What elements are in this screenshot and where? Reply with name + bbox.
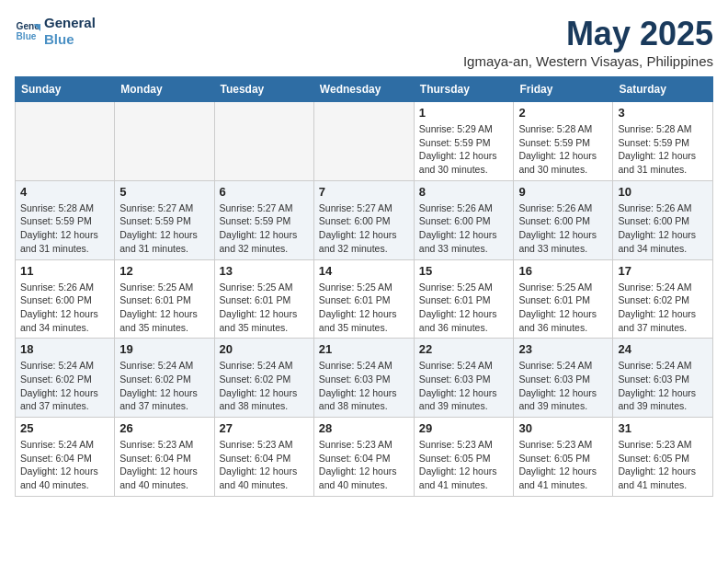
day-number: 3 [618, 106, 708, 120]
day-info: Sunrise: 5:25 AMSunset: 6:01 PMDaylight:… [119, 281, 209, 335]
calendar-cell: 14Sunrise: 5:25 AMSunset: 6:01 PMDayligh… [313, 259, 414, 339]
day-number: 21 [319, 342, 409, 356]
calendar-week-row: 18Sunrise: 5:24 AMSunset: 6:02 PMDayligh… [16, 339, 713, 418]
calendar-cell: 25Sunrise: 5:24 AMSunset: 6:04 PMDayligh… [16, 418, 115, 497]
day-info: Sunrise: 5:26 AMSunset: 6:00 PMDaylight:… [518, 201, 608, 256]
location-title: Igmaya-an, Western Visayas, Philippines [463, 53, 713, 69]
day-info: Sunrise: 5:23 AMSunset: 6:05 PMDaylight:… [618, 438, 708, 492]
calendar-cell: 7Sunrise: 5:27 AMSunset: 6:00 PMDaylight… [313, 180, 414, 259]
day-number: 11 [20, 264, 109, 278]
day-info: Sunrise: 5:23 AMSunset: 6:04 PMDaylight:… [319, 438, 409, 492]
day-info: Sunrise: 5:24 AMSunset: 6:03 PMDaylight:… [618, 359, 708, 413]
calendar-cell: 24Sunrise: 5:24 AMSunset: 6:03 PMDayligh… [613, 339, 713, 418]
day-number: 6 [220, 185, 309, 199]
day-number: 13 [220, 264, 309, 278]
day-number: 25 [20, 421, 109, 435]
day-info: Sunrise: 5:28 AMSunset: 5:59 PMDaylight:… [618, 122, 708, 177]
day-info: Sunrise: 5:28 AMSunset: 5:59 PMDaylight:… [20, 201, 109, 256]
calendar-cell: 17Sunrise: 5:24 AMSunset: 6:02 PMDayligh… [613, 259, 713, 339]
day-info: Sunrise: 5:28 AMSunset: 5:59 PMDaylight:… [518, 122, 608, 177]
day-info: Sunrise: 5:26 AMSunset: 6:00 PMDaylight:… [618, 201, 708, 256]
calendar-cell: 23Sunrise: 5:24 AMSunset: 6:03 PMDayligh… [514, 339, 613, 418]
day-info: Sunrise: 5:26 AMSunset: 6:00 PMDaylight:… [419, 201, 509, 256]
day-info: Sunrise: 5:25 AMSunset: 6:01 PMDaylight:… [518, 281, 608, 335]
day-number: 5 [119, 185, 209, 199]
logo-general: General [44, 15, 96, 31]
day-info: Sunrise: 5:23 AMSunset: 6:05 PMDaylight:… [518, 438, 608, 492]
day-number: 30 [518, 421, 608, 435]
day-info: Sunrise: 5:24 AMSunset: 6:02 PMDaylight:… [20, 359, 109, 413]
calendar-cell: 10Sunrise: 5:26 AMSunset: 6:00 PMDayligh… [613, 180, 713, 259]
calendar-week-row: 1Sunrise: 5:29 AMSunset: 5:59 PMDaylight… [16, 102, 713, 181]
calendar-cell: 12Sunrise: 5:25 AMSunset: 6:01 PMDayligh… [115, 259, 214, 339]
calendar-cell: 29Sunrise: 5:23 AMSunset: 6:05 PMDayligh… [414, 418, 514, 497]
day-number: 7 [319, 185, 409, 199]
logo: General Blue General Blue [15, 15, 96, 48]
day-number: 12 [119, 264, 209, 278]
day-number: 9 [518, 185, 608, 199]
calendar-cell: 6Sunrise: 5:27 AMSunset: 5:59 PMDaylight… [214, 180, 313, 259]
calendar-cell: 8Sunrise: 5:26 AMSunset: 6:00 PMDaylight… [414, 180, 514, 259]
day-number: 10 [618, 185, 708, 199]
calendar-cell [313, 102, 414, 181]
calendar-cell: 28Sunrise: 5:23 AMSunset: 6:04 PMDayligh… [313, 418, 414, 497]
day-info: Sunrise: 5:25 AMSunset: 6:01 PMDaylight:… [419, 281, 509, 335]
day-number: 1 [419, 106, 509, 120]
day-info: Sunrise: 5:24 AMSunset: 6:03 PMDaylight:… [319, 359, 409, 413]
calendar-week-row: 11Sunrise: 5:26 AMSunset: 6:00 PMDayligh… [16, 259, 713, 339]
calendar-cell [115, 102, 214, 181]
day-number: 20 [220, 342, 309, 356]
calendar-cell: 30Sunrise: 5:23 AMSunset: 6:05 PMDayligh… [514, 418, 613, 497]
logo-icon: General Blue [15, 18, 40, 44]
day-number: 2 [518, 106, 608, 120]
day-number: 18 [20, 342, 109, 356]
day-info: Sunrise: 5:26 AMSunset: 6:00 PMDaylight:… [20, 281, 109, 335]
title-block: May 2025 Igmaya-an, Western Visayas, Phi… [463, 15, 713, 69]
day-info: Sunrise: 5:27 AMSunset: 5:59 PMDaylight:… [220, 201, 309, 256]
day-number: 27 [220, 421, 309, 435]
calendar-cell: 5Sunrise: 5:27 AMSunset: 5:59 PMDaylight… [115, 180, 214, 259]
day-number: 31 [618, 421, 708, 435]
day-number: 24 [618, 342, 708, 356]
calendar-cell [214, 102, 313, 181]
day-number: 4 [20, 185, 109, 199]
weekday-header: Saturday [613, 77, 713, 102]
calendar-cell: 20Sunrise: 5:24 AMSunset: 6:02 PMDayligh… [214, 339, 313, 418]
day-number: 16 [518, 264, 608, 278]
weekday-header: Friday [514, 77, 613, 102]
day-info: Sunrise: 5:23 AMSunset: 6:05 PMDaylight:… [419, 438, 509, 492]
day-number: 14 [319, 264, 409, 278]
calendar-cell: 13Sunrise: 5:25 AMSunset: 6:01 PMDayligh… [214, 259, 313, 339]
calendar-cell: 11Sunrise: 5:26 AMSunset: 6:00 PMDayligh… [16, 259, 115, 339]
day-info: Sunrise: 5:23 AMSunset: 6:04 PMDaylight:… [119, 438, 209, 492]
calendar-cell: 27Sunrise: 5:23 AMSunset: 6:04 PMDayligh… [214, 418, 313, 497]
calendar-cell: 4Sunrise: 5:28 AMSunset: 5:59 PMDaylight… [16, 180, 115, 259]
day-info: Sunrise: 5:25 AMSunset: 6:01 PMDaylight:… [319, 281, 409, 335]
day-info: Sunrise: 5:27 AMSunset: 5:59 PMDaylight:… [119, 201, 209, 256]
calendar-cell [16, 102, 115, 181]
calendar-cell: 19Sunrise: 5:24 AMSunset: 6:02 PMDayligh… [115, 339, 214, 418]
day-number: 29 [419, 421, 509, 435]
day-info: Sunrise: 5:29 AMSunset: 5:59 PMDaylight:… [419, 122, 509, 177]
day-info: Sunrise: 5:27 AMSunset: 6:00 PMDaylight:… [319, 201, 409, 256]
svg-text:Blue: Blue [17, 31, 37, 41]
calendar-week-row: 4Sunrise: 5:28 AMSunset: 5:59 PMDaylight… [16, 180, 713, 259]
day-info: Sunrise: 5:24 AMSunset: 6:03 PMDaylight:… [518, 359, 608, 413]
calendar-cell: 9Sunrise: 5:26 AMSunset: 6:00 PMDaylight… [514, 180, 613, 259]
day-info: Sunrise: 5:25 AMSunset: 6:01 PMDaylight:… [220, 281, 309, 335]
day-number: 26 [119, 421, 209, 435]
month-title: May 2025 [463, 15, 713, 53]
calendar-cell: 2Sunrise: 5:28 AMSunset: 5:59 PMDaylight… [514, 102, 613, 181]
calendar-cell: 18Sunrise: 5:24 AMSunset: 6:02 PMDayligh… [16, 339, 115, 418]
page-header: General Blue General Blue May 2025 Igmay… [15, 15, 713, 69]
day-info: Sunrise: 5:24 AMSunset: 6:04 PMDaylight:… [20, 438, 109, 492]
day-info: Sunrise: 5:24 AMSunset: 6:02 PMDaylight:… [119, 359, 209, 413]
calendar-cell: 22Sunrise: 5:24 AMSunset: 6:03 PMDayligh… [414, 339, 514, 418]
day-info: Sunrise: 5:23 AMSunset: 6:04 PMDaylight:… [220, 438, 309, 492]
calendar-cell: 26Sunrise: 5:23 AMSunset: 6:04 PMDayligh… [115, 418, 214, 497]
calendar-header-row: SundayMondayTuesdayWednesdayThursdayFrid… [16, 77, 713, 102]
calendar-cell: 15Sunrise: 5:25 AMSunset: 6:01 PMDayligh… [414, 259, 514, 339]
day-number: 8 [419, 185, 509, 199]
calendar-cell: 21Sunrise: 5:24 AMSunset: 6:03 PMDayligh… [313, 339, 414, 418]
calendar-week-row: 25Sunrise: 5:24 AMSunset: 6:04 PMDayligh… [16, 418, 713, 497]
